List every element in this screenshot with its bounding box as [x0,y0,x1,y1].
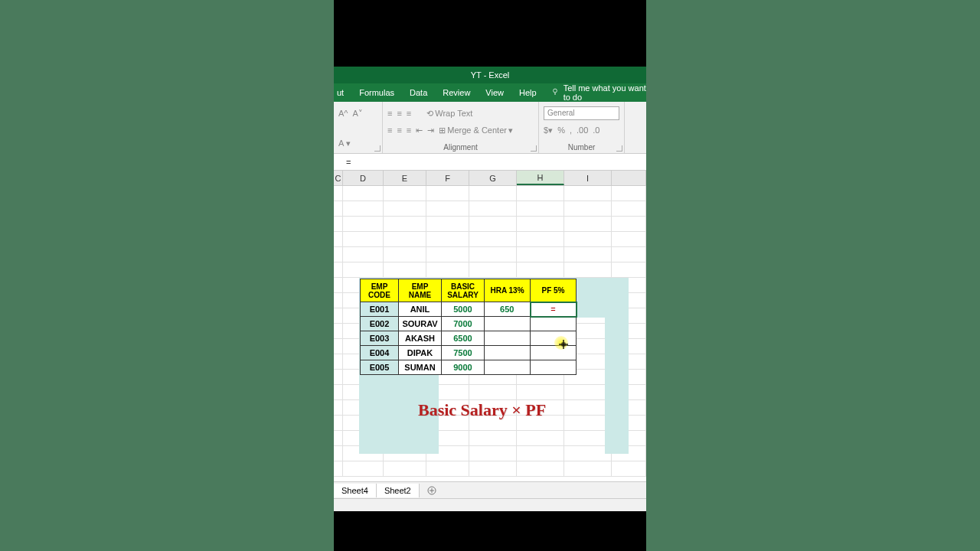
pf-cell[interactable] [531,360,577,375]
cell[interactable] [334,293,343,308]
cell[interactable] [384,461,426,477]
cell[interactable] [426,232,469,247]
emp-code-cell[interactable]: E004 [361,346,399,360]
cell[interactable] [334,461,343,477]
column-header[interactable]: I [564,171,612,185]
cell[interactable] [343,262,384,278]
column-header[interactable]: F [426,171,469,185]
pf-cell[interactable] [531,302,577,317]
cell[interactable] [334,262,343,278]
cell[interactable] [334,217,343,232]
emp-code-cell[interactable]: E002 [361,317,399,331]
cell[interactable] [334,370,343,385]
cell-editor-input[interactable] [531,305,576,314]
basic-salary-cell[interactable]: 6500 [442,331,485,346]
align-center-icon[interactable]: ≡ [397,126,401,135]
cell[interactable] [334,385,343,400]
cell[interactable] [426,461,469,477]
cell[interactable] [343,461,384,477]
cell[interactable] [426,262,469,278]
sheet-tab[interactable]: Sheet2 [377,484,420,497]
add-sheet-button[interactable] [424,483,439,498]
basic-salary-cell[interactable]: 9000 [442,360,485,375]
emp-name-cell[interactable]: SUMAN [399,360,442,375]
cell[interactable] [469,385,517,400]
emp-code-cell[interactable]: E003 [361,331,399,346]
cell[interactable] [426,217,469,232]
cell[interactable] [343,201,384,217]
column-header[interactable]: D [343,171,384,185]
cell[interactable] [426,247,469,262]
cell[interactable] [334,201,343,217]
basic-salary-cell[interactable]: 7500 [442,346,485,360]
number-format-select[interactable]: General [544,106,619,120]
emp-name-cell[interactable]: AKASH [399,331,442,346]
increase-decimal-icon[interactable]: .00 [577,126,588,135]
cell[interactable] [334,186,343,201]
dialog-launcher-icon[interactable] [531,145,537,152]
emp-name-cell[interactable]: SOURAV [399,317,442,331]
cell[interactable] [517,232,564,247]
emp-code-cell[interactable]: E005 [361,360,399,375]
cell[interactable] [334,308,343,324]
pf-cell[interactable] [531,317,577,331]
cell[interactable] [517,217,564,232]
cell[interactable] [564,461,612,477]
cell[interactable] [469,461,517,477]
cell[interactable] [564,247,612,262]
align-top-icon[interactable]: ≡ [387,109,392,118]
align-left-icon[interactable]: ≡ [387,126,392,135]
cell[interactable] [384,186,426,201]
cell[interactable] [469,232,517,247]
cell[interactable] [343,232,384,247]
emp-name-cell[interactable]: DIPAK [399,346,442,360]
cell[interactable] [469,201,517,217]
cell[interactable] [564,232,612,247]
cell[interactable] [469,186,517,201]
cell[interactable] [334,324,343,339]
column-header[interactable]: H [517,171,564,185]
align-right-icon[interactable]: ≡ [407,126,411,135]
indent-increase-icon[interactable]: ⇥ [427,126,434,135]
sheet-tab[interactable]: Sheet4 [334,484,377,497]
cell[interactable] [334,278,343,293]
cell[interactable] [384,217,426,232]
decrease-decimal-icon[interactable]: .0 [593,126,599,135]
formula-bar[interactable]: = [334,154,646,171]
cell[interactable] [343,247,384,262]
cell[interactable] [517,461,564,477]
percent-icon[interactable]: % [557,126,565,135]
ribbon-tab-formulas[interactable]: Formulas [351,88,402,97]
cell[interactable] [334,232,343,247]
cell[interactable] [334,446,343,461]
ribbon-tab-view[interactable]: View [478,88,511,97]
cell[interactable] [564,217,612,232]
basic-salary-cell[interactable]: 7000 [442,317,485,331]
cell[interactable] [517,431,564,446]
align-middle-icon[interactable]: ≡ [397,109,401,118]
column-header[interactable]: E [384,171,426,185]
merge-center-button[interactable]: ⊞ Merge & Center ▾ [439,126,513,135]
comma-icon[interactable]: , [570,126,572,135]
align-bottom-icon[interactable]: ≡ [407,109,411,118]
hra-cell[interactable] [485,331,531,346]
ribbon-tab-data[interactable]: Data [402,88,435,97]
font-color-icon[interactable]: A ▾ [338,139,351,148]
cell[interactable] [469,262,517,278]
hra-cell[interactable] [485,360,531,375]
cell[interactable] [334,416,343,431]
currency-icon[interactable]: $▾ [544,126,553,135]
cell[interactable] [469,446,517,461]
cell[interactable] [334,354,343,370]
ribbon-tab-help[interactable]: Help [511,88,544,97]
column-header[interactable]: C [334,171,343,185]
hra-cell[interactable]: 650 [485,302,531,317]
cell[interactable] [517,262,564,278]
dialog-launcher-icon[interactable] [616,145,622,152]
indent-decrease-icon[interactable]: ⇤ [416,126,423,135]
wrap-text-button[interactable]: ⟲ Wrap Text [426,109,472,119]
cell[interactable] [469,431,517,446]
cell[interactable] [469,217,517,232]
hra-cell[interactable] [485,317,531,331]
cell[interactable] [343,217,384,232]
